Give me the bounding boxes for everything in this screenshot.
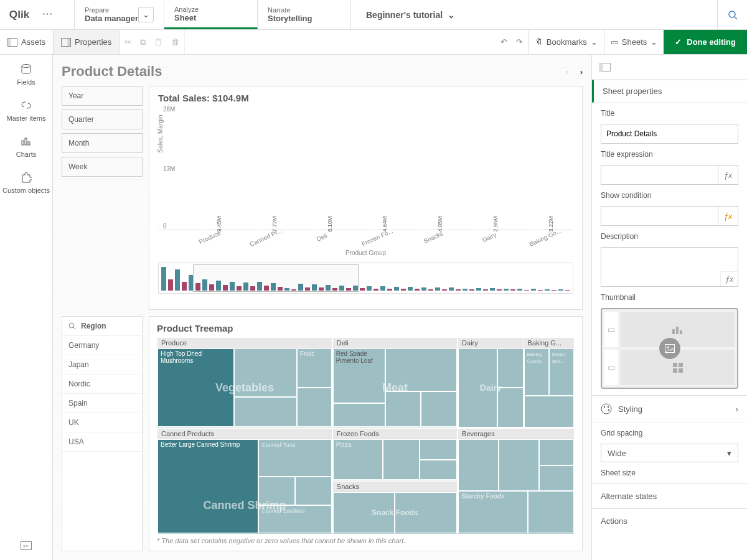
nav-analyze[interactable]: Analyze Sheet <box>164 0 258 29</box>
treemap-cell[interactable]: Better Large Canned Shrimp <box>157 439 258 533</box>
treemap-cell[interactable]: Starchy Foods <box>458 491 528 533</box>
upload-image-icon[interactable] <box>659 338 680 359</box>
bar-chart-card[interactable]: Total Sales: $104.9M Sales, Margin 26M 1… <box>149 86 583 310</box>
treemap-cell[interactable]: Canned Tuna <box>258 439 332 477</box>
treemap-cell[interactable] <box>458 348 497 427</box>
treemap-cell[interactable] <box>524 396 574 427</box>
treemap-cell[interactable] <box>499 439 539 491</box>
nav-prepare[interactable]: Prepare Data manager ⌄ <box>75 0 164 29</box>
properties-tab[interactable]: Properties <box>54 30 120 54</box>
next-sheet-icon[interactable]: › <box>580 67 583 77</box>
rail-custom[interactable]: Custom objects <box>2 172 50 194</box>
treemap-cell[interactable] <box>539 465 574 491</box>
treemap-cell[interactable] <box>421 391 457 427</box>
title-input[interactable] <box>601 124 738 143</box>
treemap-cell[interactable] <box>385 348 458 391</box>
cut-icon[interactable]: ✂ <box>125 37 131 47</box>
treemap-cell[interactable]: Pizza <box>333 439 383 480</box>
rail-variables[interactable]: x= <box>21 541 32 551</box>
region-item[interactable]: Japan <box>62 355 142 375</box>
treemap-cell[interactable] <box>333 403 385 427</box>
prev-sheet-icon[interactable]: ‹ <box>566 67 568 77</box>
region-item[interactable]: Germany <box>62 336 142 355</box>
region-item[interactable]: USA <box>62 432 142 452</box>
treemap-cell[interactable] <box>295 477 332 505</box>
delete-icon[interactable]: 🗑︎ <box>171 37 179 47</box>
rail-fields[interactable]: Fields <box>17 63 35 86</box>
puzzle-icon <box>21 172 32 183</box>
treemap-cell[interactable] <box>497 348 524 388</box>
actions-accordion[interactable]: Actions <box>592 508 747 533</box>
filter-chip[interactable]: Year <box>62 86 143 106</box>
treemap-cell[interactable]: Fruit <box>297 348 332 388</box>
chevron-down-icon[interactable]: ⌄ <box>138 7 154 22</box>
treemap-cell[interactable] <box>258 477 295 505</box>
global-search[interactable] <box>717 0 747 29</box>
treemap-cell[interactable] <box>420 460 457 480</box>
treemap-cell[interactable]: Bread and... <box>549 348 574 396</box>
grid-icon <box>673 363 683 373</box>
filter-chip[interactable]: Month <box>62 133 143 153</box>
treemap-cell[interactable] <box>497 388 524 427</box>
treemap-cell[interactable]: Baking Goods <box>524 348 549 396</box>
qlik-logo: Qlik <box>9 8 59 22</box>
sheet-canvas[interactable]: Product Details ‹ › YearQuarterMonthWeek… <box>53 55 591 560</box>
svg-point-4 <box>729 11 735 17</box>
region-item[interactable]: Spain <box>62 394 142 413</box>
region-item[interactable]: UK <box>62 413 142 432</box>
styling-accordion[interactable]: Styling › <box>592 395 747 422</box>
fx-icon[interactable]: ƒx <box>718 166 738 184</box>
check-icon: ✓ <box>675 37 682 47</box>
treemap-cell[interactable] <box>395 492 457 533</box>
treemap-note: * The data set contains negative or zero… <box>157 537 575 544</box>
title-input-wrap <box>601 124 738 144</box>
treemap-cell[interactable]: High Top Dried Mushrooms <box>157 348 234 427</box>
treemap-cell[interactable] <box>383 439 420 480</box>
rail-master[interactable]: Master items <box>7 100 46 122</box>
redo-icon[interactable]: ↷ <box>516 37 523 47</box>
treemap-cell[interactable]: Red Spade Pimento Loaf <box>333 348 385 403</box>
assets-tab[interactable]: Assets <box>0 30 54 54</box>
filter-chip[interactable]: Quarter <box>62 110 143 129</box>
filter-chip[interactable]: Week <box>62 157 143 177</box>
region-item[interactable]: Nordic <box>62 375 142 394</box>
search-icon[interactable] <box>68 322 76 330</box>
paste-icon[interactable]: 📋︎ <box>154 37 162 47</box>
sheet-thumb-icon[interactable] <box>599 63 611 72</box>
undo-icon[interactable]: ↶ <box>500 37 507 47</box>
alternate-states-accordion[interactable]: Alternate states <box>592 483 747 508</box>
thumbnail-preview[interactable]: ▭ ▭ <box>601 308 738 389</box>
sheets-button[interactable]: ▭ Sheets ⌄ <box>604 30 664 54</box>
treemap-cell[interactable] <box>420 439 457 460</box>
region-filter[interactable]: Region GermanyJapanNordicSpainUKUSA <box>62 316 143 551</box>
rail-charts[interactable]: Charts <box>16 136 36 158</box>
nav-narrate[interactable]: Narrate Storytelling <box>258 0 351 29</box>
fx-icon[interactable]: ƒx <box>720 271 738 286</box>
treemap-cell[interactable]: Canned Sardines <box>258 505 332 533</box>
svg-rect-26 <box>679 368 683 373</box>
overview-selection[interactable] <box>193 264 359 292</box>
bookmarks-button[interactable]: 🔖︎ Bookmarks ⌄ <box>528 30 604 54</box>
treemap-cell[interactable] <box>458 439 499 491</box>
app-title[interactable]: Beginner's tutorial ⌄ <box>351 0 717 29</box>
treemap-cell[interactable] <box>539 439 574 465</box>
done-editing-button[interactable]: ✓ Done editing <box>664 30 747 54</box>
treemap-card[interactable]: Product Treemap Produce High Top Dried M… <box>149 316 583 551</box>
treemap-cell[interactable] <box>234 397 297 427</box>
treemap-cell[interactable] <box>234 348 297 397</box>
treemap-cell[interactable] <box>297 388 332 427</box>
svg-point-10 <box>22 65 31 68</box>
chart-overview-scroll[interactable] <box>158 263 573 294</box>
logo-cell: Qlik <box>0 0 75 29</box>
treemap-cell[interactable] <box>333 492 395 533</box>
show-condition-input[interactable] <box>601 207 718 225</box>
svg-rect-25 <box>673 368 677 373</box>
svg-point-29 <box>601 404 611 414</box>
grid-spacing-select[interactable]: Wide▾ <box>601 444 738 462</box>
treemap-cell[interactable] <box>385 391 421 427</box>
title-expression-input[interactable] <box>601 166 718 184</box>
copy-icon[interactable]: ⧉ <box>140 37 146 47</box>
treemap-cell[interactable] <box>528 491 574 533</box>
description-input[interactable]: ƒx <box>601 247 738 287</box>
fx-icon[interactable]: ƒx <box>718 207 738 225</box>
